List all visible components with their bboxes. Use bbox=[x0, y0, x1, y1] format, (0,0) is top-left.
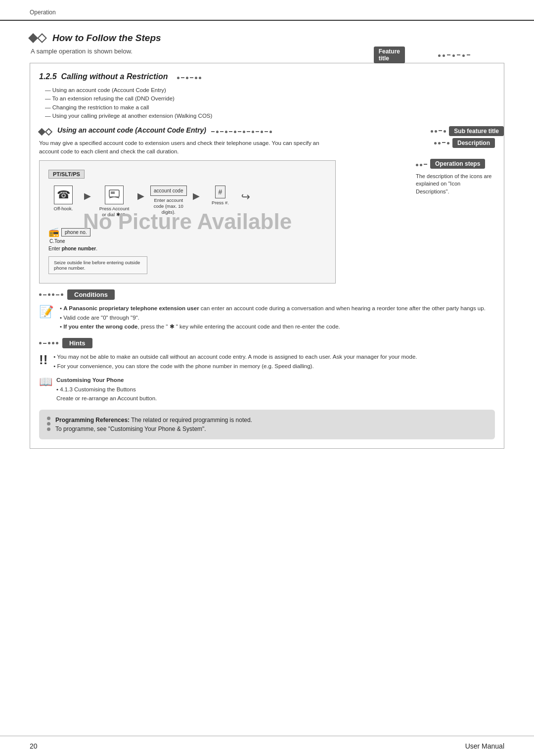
conditions-content: 📝 • A Panasonic proprietary telephone ex… bbox=[39, 304, 495, 331]
breadcrumb: Operation bbox=[30, 9, 56, 16]
account-icon bbox=[105, 186, 124, 204]
dash2 bbox=[457, 54, 460, 55]
account-code-icon: account code bbox=[150, 186, 187, 196]
phone-no-box: phone no. bbox=[61, 228, 90, 236]
sd4 bbox=[225, 131, 227, 133]
cond-bold1: A Panasonic proprietary telephone extens… bbox=[63, 305, 199, 311]
account-label-text: Press Account or dial ✱49. bbox=[99, 206, 130, 217]
programming-text-body: The related or required programming is n… bbox=[130, 417, 252, 424]
off-hook-icon: ☎ bbox=[54, 186, 73, 204]
op-steps-label: Operation steps bbox=[430, 159, 485, 169]
conditions-label: Conditions bbox=[67, 289, 115, 300]
dot3 bbox=[452, 54, 455, 57]
tdash1 bbox=[181, 77, 184, 78]
diamond-icon-1 bbox=[28, 33, 38, 43]
tdot1 bbox=[177, 77, 179, 79]
conditions-icon: 📝 bbox=[39, 305, 54, 319]
condash2 bbox=[56, 294, 59, 295]
customise-section: 📖 Customising Your Phone • 4.1.3 Customi… bbox=[39, 376, 495, 403]
sd8 bbox=[243, 131, 245, 133]
title-dots-row bbox=[177, 77, 201, 79]
scd3 bbox=[439, 130, 442, 131]
dot4 bbox=[462, 54, 465, 57]
arrow-1: ▶ bbox=[84, 190, 91, 201]
dash3 bbox=[467, 54, 470, 55]
prog-dot1 bbox=[47, 417, 50, 420]
dot1 bbox=[438, 54, 441, 57]
tdot2 bbox=[186, 77, 188, 79]
step-row-1: ☎ Off-hook. ▶ bbox=[48, 186, 326, 218]
cond-text3b: , press the " ✱ " key while entering the… bbox=[137, 324, 340, 330]
prog-dots bbox=[47, 416, 50, 433]
feature-title-callout-area: Feature title bbox=[438, 54, 474, 57]
section-heading: How to Follow the Steps bbox=[52, 33, 161, 44]
doc-number: 1.2.5 bbox=[39, 72, 57, 81]
bullet-1: Using an account code (Account Code Entr… bbox=[45, 86, 495, 94]
footer-label: User Manual bbox=[465, 742, 504, 750]
sd13 bbox=[265, 131, 268, 132]
diamond-icons bbox=[30, 35, 47, 42]
phone-label: Enter phone numberEnter phone number.. bbox=[48, 246, 326, 251]
hdot3 bbox=[52, 342, 54, 344]
hint-text2: For your convenience, you can store the … bbox=[57, 363, 314, 369]
programming-line2: To programme, see "Customising Your Phon… bbox=[55, 425, 206, 432]
prog-dot2 bbox=[47, 422, 50, 425]
dcd2 bbox=[438, 142, 441, 144]
desc-callout-dots bbox=[434, 142, 449, 144]
main-box: Feature title 1.2.5 Calling without a Re… bbox=[30, 63, 504, 449]
hint-line1: • You may not be able to make an outside… bbox=[53, 352, 417, 361]
sub-feature-callout-wrapper: Sub feature title bbox=[431, 126, 504, 136]
seize-note: Seize outside line before entering outsi… bbox=[48, 256, 147, 274]
sd5 bbox=[229, 131, 232, 132]
tdot3 bbox=[195, 77, 197, 79]
step-off-hook: ☎ Off-hook. bbox=[48, 186, 78, 212]
programming-box: Programming References: The related or r… bbox=[39, 410, 495, 439]
op-steps-label-row: Operation steps bbox=[416, 159, 495, 171]
sd9 bbox=[247, 131, 250, 132]
scd4 bbox=[444, 130, 446, 133]
sub-section: Using an account code (Account Code Entr… bbox=[39, 126, 495, 284]
feature-title-dots bbox=[438, 54, 470, 57]
phone-label-bold: phone number bbox=[62, 246, 96, 251]
tdot4 bbox=[199, 77, 201, 79]
conditions-text: • A Panasonic proprietary telephone exte… bbox=[60, 304, 486, 331]
conditions-dashes bbox=[39, 293, 63, 296]
hash-label: Press #. bbox=[212, 200, 229, 206]
bullet-3: Changing the restriction to make a call bbox=[45, 103, 495, 112]
sub-feature-title-callout: Sub feature title bbox=[449, 126, 504, 136]
sd2 bbox=[216, 131, 219, 133]
sub-diamond-row bbox=[39, 129, 53, 135]
sd10 bbox=[252, 131, 254, 133]
arrow-3: ▶ bbox=[193, 190, 200, 201]
account-code-label: Enter account code (max. 10 digits). bbox=[151, 197, 186, 216]
customise-item2: Create or re-arrange an Account button. bbox=[56, 395, 157, 401]
condition-line3: • If you enter the wrong code, press the… bbox=[60, 322, 486, 331]
opd2 bbox=[420, 164, 422, 166]
condition-line1: • A Panasonic proprietary telephone exte… bbox=[60, 304, 486, 313]
page-header: Operation bbox=[0, 0, 534, 21]
sd1 bbox=[211, 131, 215, 132]
hints-content: !! • You may not be able to make an outs… bbox=[39, 352, 495, 371]
opd1 bbox=[416, 164, 418, 166]
hints-dashes bbox=[39, 342, 58, 344]
svg-rect-1 bbox=[111, 191, 115, 194]
condition-line2: • Valid code are "0" through "9". bbox=[60, 313, 486, 322]
hash-icon: # bbox=[215, 186, 226, 198]
no-picture-box: PT/SLT/PS ☎ Off-hook. ▶ bbox=[39, 160, 336, 284]
customise-text: Customising Your Phone • 4.1.3 Customisi… bbox=[56, 376, 157, 403]
section-title: How to Follow the Steps bbox=[30, 33, 504, 44]
dcd3 bbox=[442, 142, 445, 143]
step-account-code: account code Enter account code (max. 10… bbox=[150, 186, 187, 216]
ctone-area: 📻 phone no. bbox=[48, 227, 90, 237]
step-row-2: 📻 phone no. bbox=[48, 227, 326, 237]
hdash1 bbox=[43, 343, 46, 344]
hints-label: Hints bbox=[62, 338, 92, 348]
step-hash: # Press #. bbox=[206, 186, 235, 206]
sd6 bbox=[234, 131, 236, 133]
cond-text2: Valid code are "0" through "9". bbox=[63, 315, 139, 321]
sd12 bbox=[261, 131, 263, 133]
doc-title: Calling without a Restriction bbox=[61, 72, 168, 81]
programming-bold: Programming References: bbox=[55, 417, 130, 424]
condot4 bbox=[61, 293, 63, 296]
hints-label-row: Hints bbox=[39, 338, 495, 348]
